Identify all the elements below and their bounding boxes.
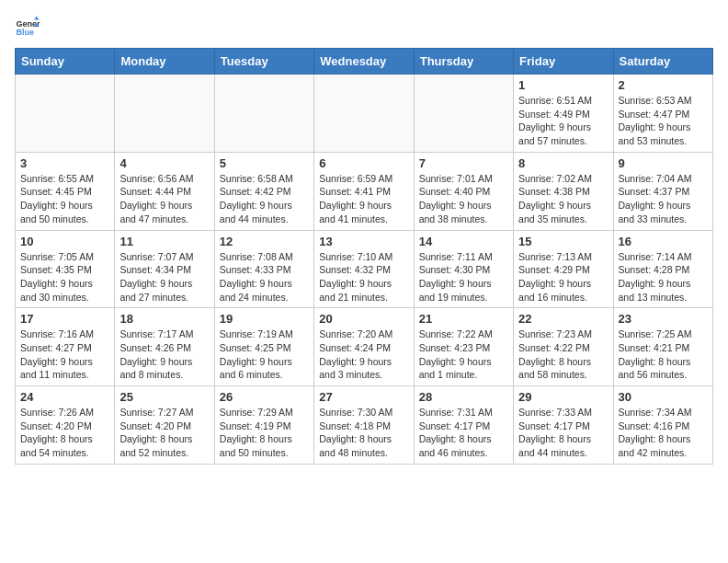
calendar-cell: 5Sunrise: 6:58 AM Sunset: 4:42 PM Daylig… [214, 152, 313, 230]
day-number: 26 [220, 390, 309, 404]
day-info: Sunrise: 7:31 AM Sunset: 4:17 PM Dayligh… [419, 406, 508, 460]
calendar-cell: 25Sunrise: 7:27 AM Sunset: 4:20 PM Dayli… [115, 386, 214, 465]
day-number: 5 [220, 156, 309, 170]
calendar-cell: 26Sunrise: 7:29 AM Sunset: 4:19 PM Dayli… [214, 386, 313, 465]
day-number: 8 [518, 156, 608, 170]
calendar-cell: 16Sunrise: 7:14 AM Sunset: 4:28 PM Dayli… [613, 230, 712, 308]
day-info: Sunrise: 7:20 AM Sunset: 4:24 PM Dayligh… [319, 327, 408, 382]
day-info: Sunrise: 6:56 AM Sunset: 4:44 PM Dayligh… [119, 172, 209, 226]
day-number: 13 [319, 235, 408, 248]
weekday-header-tuesday: Tuesday [214, 49, 313, 75]
day-info: Sunrise: 7:07 AM Sunset: 4:34 PM Dayligh… [119, 250, 209, 304]
day-number: 15 [518, 235, 608, 248]
day-number: 2 [619, 78, 708, 92]
day-info: Sunrise: 7:11 AM Sunset: 4:30 PM Dayligh… [419, 250, 508, 304]
day-info: Sunrise: 7:19 AM Sunset: 4:25 PM Dayligh… [220, 327, 309, 382]
day-number: 9 [619, 156, 708, 170]
svg-text:Blue: Blue [16, 28, 34, 37]
day-info: Sunrise: 7:04 AM Sunset: 4:37 PM Dayligh… [619, 172, 708, 226]
weekday-header-monday: Monday [115, 49, 214, 75]
day-info: Sunrise: 7:26 AM Sunset: 4:20 PM Dayligh… [20, 406, 109, 460]
day-number: 12 [220, 235, 309, 248]
calendar-cell: 2Sunrise: 6:53 AM Sunset: 4:47 PM Daylig… [613, 75, 712, 153]
svg-marker-2 [34, 16, 40, 19]
day-info: Sunrise: 6:59 AM Sunset: 4:41 PM Dayligh… [319, 172, 408, 226]
calendar-cell [16, 75, 115, 153]
calendar-cell [314, 75, 414, 153]
calendar-cell: 3Sunrise: 6:55 AM Sunset: 4:45 PM Daylig… [16, 152, 115, 230]
calendar-cell: 4Sunrise: 6:56 AM Sunset: 4:44 PM Daylig… [115, 152, 214, 230]
calendar-cell: 10Sunrise: 7:05 AM Sunset: 4:35 PM Dayli… [16, 230, 115, 308]
day-number: 1 [518, 78, 608, 92]
calendar-cell: 6Sunrise: 6:59 AM Sunset: 4:41 PM Daylig… [314, 152, 414, 230]
day-info: Sunrise: 7:17 AM Sunset: 4:26 PM Dayligh… [119, 327, 209, 382]
day-info: Sunrise: 7:14 AM Sunset: 4:28 PM Dayligh… [619, 250, 708, 304]
day-number: 7 [419, 156, 508, 170]
day-info: Sunrise: 7:33 AM Sunset: 4:17 PM Dayligh… [518, 406, 608, 460]
day-number: 17 [20, 312, 109, 326]
day-info: Sunrise: 7:25 AM Sunset: 4:21 PM Dayligh… [619, 327, 708, 382]
calendar-cell: 11Sunrise: 7:07 AM Sunset: 4:34 PM Dayli… [115, 230, 214, 308]
day-number: 14 [419, 235, 508, 248]
calendar-cell: 20Sunrise: 7:20 AM Sunset: 4:24 PM Dayli… [314, 308, 414, 386]
calendar-cell: 23Sunrise: 7:25 AM Sunset: 4:21 PM Dayli… [613, 308, 712, 386]
day-number: 27 [319, 390, 408, 404]
day-number: 24 [20, 390, 109, 404]
header-row: SundayMondayTuesdayWednesdayThursdayFrid… [16, 49, 713, 75]
day-info: Sunrise: 7:05 AM Sunset: 4:35 PM Dayligh… [20, 250, 109, 304]
day-info: Sunrise: 6:51 AM Sunset: 4:49 PM Dayligh… [518, 94, 608, 148]
calendar-cell: 28Sunrise: 7:31 AM Sunset: 4:17 PM Dayli… [414, 386, 513, 465]
calendar-week-4: 17Sunrise: 7:16 AM Sunset: 4:27 PM Dayli… [16, 308, 713, 386]
calendar-cell: 18Sunrise: 7:17 AM Sunset: 4:26 PM Dayli… [115, 308, 214, 386]
day-number: 25 [119, 390, 209, 404]
day-number: 30 [619, 390, 708, 404]
day-number: 18 [119, 312, 209, 326]
day-number: 19 [220, 312, 309, 326]
day-number: 29 [518, 390, 608, 404]
page-header: General Blue [15, 15, 713, 40]
weekday-header-wednesday: Wednesday [314, 49, 414, 75]
day-number: 21 [419, 312, 508, 326]
calendar-week-5: 24Sunrise: 7:26 AM Sunset: 4:20 PM Dayli… [16, 386, 713, 465]
day-number: 22 [518, 312, 608, 326]
calendar-cell: 29Sunrise: 7:33 AM Sunset: 4:17 PM Dayli… [514, 386, 613, 465]
calendar-cell: 13Sunrise: 7:10 AM Sunset: 4:32 PM Dayli… [314, 230, 414, 308]
day-info: Sunrise: 6:58 AM Sunset: 4:42 PM Dayligh… [220, 172, 309, 226]
day-info: Sunrise: 7:01 AM Sunset: 4:40 PM Dayligh… [419, 172, 508, 226]
day-number: 20 [319, 312, 408, 326]
weekday-header-thursday: Thursday [414, 49, 513, 75]
calendar-cell: 1Sunrise: 6:51 AM Sunset: 4:49 PM Daylig… [514, 75, 613, 153]
calendar-cell: 30Sunrise: 7:34 AM Sunset: 4:16 PM Dayli… [613, 386, 712, 465]
day-info: Sunrise: 6:53 AM Sunset: 4:47 PM Dayligh… [619, 94, 708, 148]
day-info: Sunrise: 7:13 AM Sunset: 4:29 PM Dayligh… [518, 250, 608, 304]
calendar-cell: 12Sunrise: 7:08 AM Sunset: 4:33 PM Dayli… [214, 230, 313, 308]
day-number: 28 [419, 390, 508, 404]
calendar-cell: 19Sunrise: 7:19 AM Sunset: 4:25 PM Dayli… [214, 308, 313, 386]
calendar-cell: 9Sunrise: 7:04 AM Sunset: 4:37 PM Daylig… [613, 152, 712, 230]
calendar-cell: 14Sunrise: 7:11 AM Sunset: 4:30 PM Dayli… [414, 230, 513, 308]
calendar-week-1: 1Sunrise: 6:51 AM Sunset: 4:49 PM Daylig… [16, 75, 713, 153]
logo: General Blue [15, 15, 44, 40]
calendar-cell [115, 75, 214, 153]
logo-icon: General Blue [15, 15, 40, 40]
weekday-header-sunday: Sunday [16, 49, 115, 75]
weekday-header-friday: Friday [514, 49, 613, 75]
calendar-cell [214, 75, 313, 153]
day-info: Sunrise: 7:22 AM Sunset: 4:23 PM Dayligh… [419, 327, 508, 382]
calendar-cell: 8Sunrise: 7:02 AM Sunset: 4:38 PM Daylig… [514, 152, 613, 230]
calendar-week-3: 10Sunrise: 7:05 AM Sunset: 4:35 PM Dayli… [16, 230, 713, 308]
day-info: Sunrise: 6:55 AM Sunset: 4:45 PM Dayligh… [20, 172, 109, 226]
calendar-cell [414, 75, 513, 153]
day-info: Sunrise: 7:30 AM Sunset: 4:18 PM Dayligh… [319, 406, 408, 460]
day-number: 16 [619, 235, 708, 248]
calendar-week-2: 3Sunrise: 6:55 AM Sunset: 4:45 PM Daylig… [16, 152, 713, 230]
day-info: Sunrise: 7:27 AM Sunset: 4:20 PM Dayligh… [119, 406, 209, 460]
day-number: 10 [20, 235, 109, 248]
day-number: 3 [20, 156, 109, 170]
day-info: Sunrise: 7:34 AM Sunset: 4:16 PM Dayligh… [619, 406, 708, 460]
day-info: Sunrise: 7:10 AM Sunset: 4:32 PM Dayligh… [319, 250, 408, 304]
calendar-cell: 17Sunrise: 7:16 AM Sunset: 4:27 PM Dayli… [16, 308, 115, 386]
calendar-table: SundayMondayTuesdayWednesdayThursdayFrid… [15, 48, 713, 465]
calendar-cell: 24Sunrise: 7:26 AM Sunset: 4:20 PM Dayli… [16, 386, 115, 465]
calendar-cell: 27Sunrise: 7:30 AM Sunset: 4:18 PM Dayli… [314, 386, 414, 465]
